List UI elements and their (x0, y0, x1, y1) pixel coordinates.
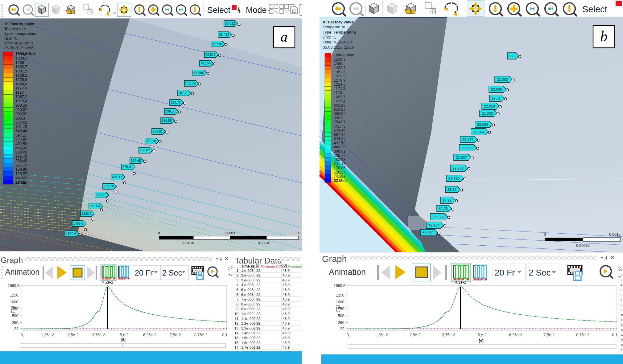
svg-text:22,: 22, (256, 341, 261, 345)
svg-text:Type: Temperature: Type: Temperature (4, 31, 36, 36)
svg-text:22,005: 22,005 (491, 87, 502, 92)
svg-text:1172,3: 1172,3 (15, 86, 27, 90)
svg-text:1,25e-2: 1,25e-2 (41, 333, 54, 337)
svg-text:Type: Temperature: Type: Temperature (323, 30, 356, 35)
svg-text:1466,6: 1466,6 (73, 222, 83, 225)
svg-text:5,e-2: 5,e-2 (120, 333, 129, 337)
svg-text:Minimum [°C]: Minimum [°C] (261, 264, 282, 268)
svg-text:492,58: 492,58 (334, 141, 345, 145)
svg-text:22,: 22, (256, 268, 261, 273)
svg-text:0,00075: 0,00075 (576, 243, 590, 248)
svg-text:43,9: 43,9 (283, 283, 290, 287)
svg-text:13: 13 (234, 326, 239, 330)
svg-text:43,9: 43,9 (283, 268, 290, 273)
svg-text:2,5e-2: 2,5e-2 (68, 333, 78, 337)
svg-text:6: 6 (236, 292, 238, 297)
svg-text:63,482: 63,482 (219, 33, 229, 36)
svg-text:Mode: Mode (246, 6, 267, 15)
svg-text:231,15: 231,15 (15, 163, 27, 167)
svg-text:14: 14 (621, 333, 623, 337)
svg-text:15: 15 (234, 336, 239, 340)
svg-text:1,e-002: 1,e-002 (241, 312, 254, 316)
svg-text:1,5e-002: 1,5e-002 (241, 336, 256, 340)
svg-text:0,: 0, (21, 333, 24, 337)
svg-text:107,72: 107,72 (178, 91, 188, 95)
svg-text:Temperature: Temperature (323, 25, 345, 29)
svg-text:1,4e-002: 1,4e-002 (241, 331, 256, 335)
svg-text:219,18: 219,18 (146, 139, 156, 143)
svg-text:10: 10 (234, 312, 239, 316)
svg-text:Time: 4,2e-002 s: Time: 4,2e-002 s (323, 40, 353, 44)
svg-text:97,139: 97,139 (185, 81, 196, 85)
svg-text:1276,9: 1276,9 (334, 78, 345, 83)
svg-text:[s]: [s] (121, 337, 125, 342)
svg-text:9,e-003: 9,e-003 (241, 307, 254, 311)
svg-text:43,9: 43,9 (283, 312, 290, 316)
svg-text:43,9: 43,9 (283, 302, 290, 306)
svg-text:1329,2: 1329,2 (15, 73, 27, 78)
svg-text:6,25e-2: 6,25e-2 (143, 333, 156, 337)
svg-text:27,92: 27,92 (442, 198, 452, 202)
svg-text:283,43: 283,43 (15, 159, 27, 163)
svg-text:0,1: 0,1 (612, 333, 617, 337)
svg-text:43,9: 43,9 (283, 321, 290, 325)
svg-text:283,43: 283,43 (334, 157, 345, 162)
svg-text:1250,: 1250, (10, 293, 19, 297)
svg-text:05.06.2025 12:09: 05.06.2025 12:09 (4, 46, 34, 50)
svg-text:78,154: 78,154 (200, 61, 211, 65)
svg-text:1015,4: 1015,4 (15, 99, 27, 103)
svg-text:440,29: 440,29 (334, 145, 345, 149)
svg-text:1590,6: 1590,6 (8, 284, 19, 288)
svg-text:6,e-003: 6,e-003 (241, 292, 254, 297)
svg-text:701,73: 701,73 (334, 124, 345, 129)
svg-text:8,e-003: 8,e-003 (241, 302, 254, 306)
svg-text:1486: 1486 (334, 61, 342, 66)
svg-text:5,e-2: 5,e-2 (478, 333, 487, 337)
svg-text:Graph: Graph (322, 254, 347, 264)
svg-text:Unit: °C: Unit: °C (323, 35, 336, 39)
svg-text:858,59: 858,59 (334, 112, 345, 116)
svg-text:312,65: 312,65 (131, 159, 141, 162)
svg-text:22,: 22, (256, 283, 261, 287)
svg-text:Select: Select (207, 6, 231, 15)
svg-text:22,033: 22,033 (482, 111, 493, 116)
svg-text:0: 0 (158, 231, 160, 235)
svg-text:14: 14 (234, 331, 239, 335)
svg-text:32,76: 32,76 (439, 207, 448, 211)
svg-text:43,9: 43,9 (283, 297, 290, 301)
svg-text:0,0: 0,0 (297, 231, 301, 235)
svg-text:Time: 4,2e-002 s: Time: 4,2e-002 s (4, 41, 33, 45)
svg-text:9: 9 (236, 307, 238, 311)
svg-text:22,019: 22,019 (484, 104, 495, 108)
svg-text:335,72: 335,72 (334, 153, 345, 158)
svg-text:250,: 250, (338, 321, 345, 325)
svg-text:43,9: 43,9 (283, 331, 290, 335)
svg-text:22,: 22, (14, 327, 19, 331)
svg-text:500,: 500, (338, 314, 345, 318)
svg-text:649,44: 649,44 (334, 128, 345, 133)
svg-text:126,57: 126,57 (334, 170, 345, 174)
svg-text:754,01: 754,01 (334, 120, 345, 124)
svg-text:701,73: 701,73 (15, 125, 27, 129)
svg-text:39,527: 39,527 (432, 215, 444, 219)
svg-text:22,: 22, (256, 307, 261, 311)
svg-text:A: Factory valve: A: Factory valve (323, 20, 353, 24)
svg-text:806,3: 806,3 (15, 116, 25, 121)
svg-text:5,e-003: 5,e-003 (241, 288, 254, 292)
svg-text:2: 2 (621, 273, 622, 277)
svg-text:1: 1 (621, 268, 622, 272)
svg-text:22,: 22, (340, 327, 345, 331)
svg-text:3,e-003: 3,e-003 (241, 278, 254, 282)
svg-text:22,: 22, (256, 336, 261, 340)
svg-text:66,746: 66,746 (212, 42, 222, 46)
svg-text:1120: 1120 (15, 90, 24, 95)
svg-text:492,58: 492,58 (15, 142, 27, 146)
svg-text:4: 4 (236, 283, 238, 287)
svg-text:Animation: Animation (5, 268, 39, 276)
svg-text:22,: 22, (510, 54, 514, 58)
svg-text:3,75e-2: 3,75e-2 (92, 333, 105, 337)
svg-text:806,3: 806,3 (334, 116, 343, 120)
svg-text:22,: 22, (256, 317, 261, 321)
svg-text:25,22: 25,22 (447, 187, 456, 192)
svg-text:2 Sec: 2 Sec (162, 268, 182, 277)
